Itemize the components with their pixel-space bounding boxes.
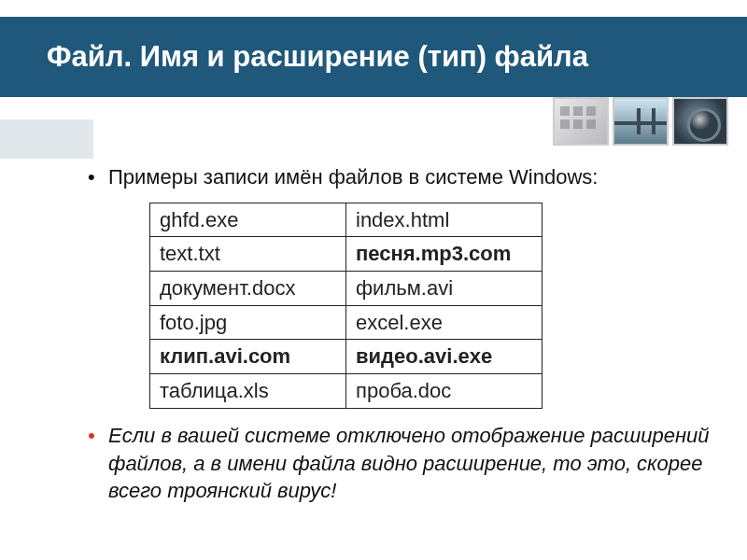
filename-cell: фильм.avi (346, 272, 543, 306)
keyboard-icon (553, 97, 609, 146)
table-row: таблица.xlsпроба.doc (150, 374, 543, 409)
filenames-tbody: ghfd.exeindex.htmltext.txtпесня.mp3.comд… (150, 203, 543, 408)
camera-lens-icon (672, 97, 728, 146)
filename-cell: index.html (346, 203, 543, 237)
filename-cell: excel.exe (346, 305, 543, 340)
table-row: text.txtпесня.mp3.com (150, 237, 543, 272)
filename-cell: песня.mp3.com (346, 237, 543, 272)
intro-text: Примеры записи имён файлов в системе Win… (108, 165, 598, 189)
filename-cell: ghfd.exe (150, 203, 346, 237)
table-row: foto.jpgexcel.exe (150, 305, 543, 340)
table-row: клип.avi.comвидео.avi.exe (150, 340, 543, 374)
slide-title: Файл. Имя и расширение (тип) файла (47, 40, 588, 74)
filename-cell: документ.docx (150, 272, 346, 306)
warning-text: Если в вашей системе отключено отображен… (108, 424, 710, 502)
side-accent-box (0, 119, 93, 159)
decorative-thumbnails (553, 97, 728, 146)
filename-cell: клип.avi.com (150, 340, 346, 374)
table-row: документ.docxфильм.avi (150, 272, 543, 306)
filename-cell: text.txt (150, 237, 346, 272)
filename-cell: видео.avi.exe (346, 340, 543, 374)
filename-cell: foto.jpg (150, 305, 346, 340)
filenames-table: ghfd.exeindex.htmltext.txtпесня.mp3.comд… (149, 203, 543, 409)
title-band: Файл. Имя и расширение (тип) файла (0, 17, 747, 97)
filename-cell: проба.doc (346, 374, 543, 409)
warning-bullet: Если в вашей системе отключено отображен… (84, 422, 719, 505)
filename-cell: таблица.xls (150, 374, 346, 409)
content-area: Примеры записи имён файлов в системе Win… (84, 163, 719, 505)
intro-bullet: Примеры записи имён файлов в системе Win… (84, 163, 719, 409)
bridge-icon (613, 97, 669, 146)
table-row: ghfd.exeindex.html (150, 203, 543, 237)
